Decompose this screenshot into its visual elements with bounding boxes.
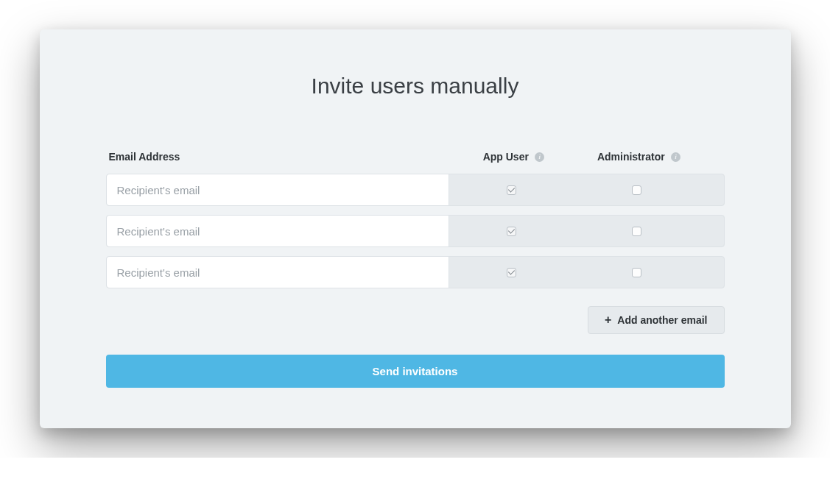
app-user-checkbox[interactable] — [507, 185, 516, 195]
email-input[interactable] — [107, 257, 449, 288]
app-user-checkbox[interactable] — [507, 227, 516, 236]
table-headers: Email Address App User i Administrator i — [106, 150, 725, 163]
invite-row — [106, 215, 725, 247]
administrator-checkbox[interactable] — [632, 185, 641, 195]
email-input[interactable] — [107, 216, 449, 246]
header-administrator: Administrator — [597, 151, 665, 163]
invite-card: Invite users manually Email Address App … — [40, 29, 791, 428]
plus-icon: + — [605, 314, 611, 326]
send-invitations-button[interactable]: Send invitations — [106, 355, 725, 388]
administrator-checkbox[interactable] — [632, 268, 641, 277]
email-input[interactable] — [107, 174, 449, 205]
info-icon[interactable]: i — [671, 152, 680, 162]
info-icon[interactable]: i — [535, 152, 544, 162]
header-app-user: App User — [483, 151, 529, 163]
header-email: Email Address — [109, 151, 180, 163]
invite-row — [106, 256, 725, 288]
add-button-label: Add another email — [617, 314, 707, 326]
app-user-checkbox[interactable] — [507, 268, 516, 277]
actions-bar: + Add another email — [106, 306, 725, 334]
invite-row — [106, 174, 725, 206]
administrator-checkbox[interactable] — [632, 227, 641, 236]
page-title: Invite users manually — [106, 74, 725, 99]
add-another-email-button[interactable]: + Add another email — [588, 306, 724, 334]
